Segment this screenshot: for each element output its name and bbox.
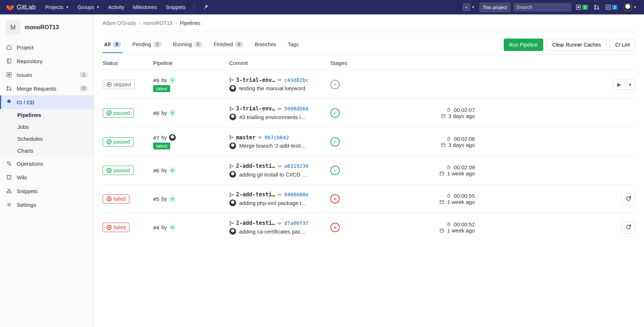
commit-sha[interactable]: 0406088e — [284, 192, 308, 197]
project-header[interactable]: M monoROT13 — [0, 14, 94, 40]
sidebar: M monoROT13 Project Repository Issues1 M… — [0, 14, 94, 327]
commit-message[interactable]: adding ca-certificates pac… — [239, 228, 306, 235]
tab-finished[interactable]: Finished8 — [212, 36, 245, 53]
sidebar-item-snippets[interactable]: Snippets — [0, 184, 94, 198]
logo[interactable]: GitLab — [6, 3, 36, 12]
status-badge[interactable]: skipped — [103, 80, 135, 89]
pipeline-id[interactable]: #9 — [153, 77, 159, 83]
calendar-icon — [439, 200, 444, 204]
breadcrumb-project[interactable]: monoROT13 — [143, 20, 172, 26]
commit-message[interactable]: adding git install to CI/CD … — [239, 171, 307, 178]
stage-passed-icon[interactable]: ✓ — [330, 166, 340, 175]
commit-author-avatar[interactable] — [229, 171, 236, 178]
commit-sha[interactable]: 5908db68 — [284, 106, 308, 112]
branch-name[interactable]: 2-add-testi… — [236, 191, 275, 198]
nav-groups[interactable]: Groups▼ — [74, 2, 103, 12]
clear-caches-button[interactable]: Clear Runner Caches — [547, 39, 606, 51]
svg-point-26 — [232, 108, 233, 109]
nav-issues-icon[interactable]: 2 — [574, 3, 589, 12]
status-badge[interactable]: passed — [103, 137, 134, 147]
admin-wrench-icon[interactable] — [199, 2, 212, 12]
commit-message[interactable]: adding php-xml package t… — [239, 200, 307, 206]
run-pipeline-button[interactable]: Run Pipeline — [504, 39, 543, 51]
branch-name[interactable]: 3-trial-env… — [236, 105, 275, 112]
author-avatar[interactable] — [169, 224, 176, 231]
ci-lint-button[interactable]: CI Lint — [610, 39, 635, 51]
sidebar-item-project[interactable]: Project — [0, 40, 94, 54]
tab-all[interactable]: All9 — [103, 36, 123, 53]
pipeline-id[interactable]: #8 — [153, 110, 159, 116]
commit-author-avatar[interactable] — [229, 142, 236, 149]
new-dropdown[interactable]: +▼ — [461, 2, 476, 12]
nav-projects[interactable]: Projects▼ — [42, 2, 73, 12]
commit-author-avatar[interactable] — [229, 199, 236, 206]
sidebar-sub-jobs[interactable]: Jobs — [0, 121, 94, 133]
sidebar-sub-pipelines[interactable]: Pipelines — [0, 109, 94, 121]
nav-milestones[interactable]: Milestones — [129, 2, 161, 12]
author-avatar[interactable] — [169, 195, 176, 202]
tab-pending[interactable]: Pending0 — [131, 36, 163, 53]
commit-sha[interactable]: a8319230 — [284, 163, 308, 169]
pipeline-id[interactable]: #4 — [153, 224, 159, 231]
status-badge[interactable]: failed — [103, 223, 129, 232]
commit-author-avatar[interactable] — [229, 113, 236, 121]
author-avatar[interactable] — [169, 77, 176, 84]
sidebar-item-repository[interactable]: Repository — [0, 54, 94, 68]
svg-point-13 — [7, 162, 9, 163]
branch-icon — [229, 192, 234, 197]
commit-author-avatar[interactable] — [229, 228, 236, 235]
search-box[interactable] — [514, 3, 571, 12]
tab-branches[interactable]: Branches — [253, 36, 278, 53]
tab-running[interactable]: Running0 — [172, 36, 204, 53]
status-badge[interactable]: passed — [103, 108, 134, 118]
search-input[interactable] — [516, 4, 580, 10]
sidebar-item-cicd[interactable]: CI / CD — [0, 95, 94, 109]
branch-name[interactable]: master — [236, 134, 256, 141]
sidebar-item-wiki[interactable]: Wiki — [0, 170, 94, 184]
pipeline-row: failed#4 by 2-add-testi…d7a00f3fadding c… — [103, 213, 635, 241]
play-button[interactable]: ▶ — [614, 79, 625, 90]
status-badge[interactable]: passed — [103, 166, 134, 175]
status-badge[interactable]: failed — [103, 194, 129, 204]
nav-snippets[interactable]: Snippets — [162, 2, 189, 12]
stage-passed-icon[interactable]: ✓ — [330, 137, 340, 147]
sidebar-item-operations[interactable]: Operations — [0, 157, 94, 170]
commit-message[interactable]: #3 trialling environments i… — [239, 114, 306, 120]
rocket-icon — [6, 99, 12, 105]
branch-name[interactable]: 2-add-testi… — [236, 163, 275, 169]
commit-sha[interactable]: d7a00f3f — [284, 220, 308, 226]
pipeline-id[interactable]: #7 — [153, 135, 159, 141]
svg-point-41 — [279, 165, 280, 167]
sidebar-item-mr[interactable]: Merge Requests0 — [0, 82, 94, 95]
author-avatar[interactable] — [169, 109, 176, 117]
search-scope[interactable]: This project — [479, 3, 511, 12]
commit-message[interactable]: testing the manual keyword — [239, 85, 305, 91]
branch-name[interactable]: 2-add-testi… — [236, 220, 275, 226]
nav-todos-icon[interactable]: 2 — [604, 3, 619, 12]
sidebar-sub-schedules[interactable]: Schedules — [0, 133, 94, 145]
author-avatar[interactable] — [169, 134, 176, 141]
sidebar-item-issues[interactable]: Issues1 — [0, 68, 94, 82]
commit-sha[interactable]: 0b7cb642 — [265, 135, 289, 140]
commit-sha[interactable]: c43d82bc — [284, 77, 308, 83]
sidebar-sub-charts[interactable]: Charts — [0, 145, 94, 157]
stage-failed-icon[interactable]: ✕ — [330, 194, 340, 204]
commit-message[interactable]: Merge branch '2-add-testi… — [239, 143, 306, 149]
retry-button[interactable] — [622, 222, 635, 233]
breadcrumb-owner[interactable]: Adam O'Grady — [103, 20, 136, 26]
nav-mr-icon[interactable] — [592, 3, 601, 12]
author-avatar[interactable] — [169, 167, 176, 174]
action-dropdown[interactable]: ▾ — [625, 79, 635, 90]
pipeline-id[interactable]: #6 — [153, 167, 159, 174]
stage-passed-icon[interactable]: ✓ — [330, 108, 340, 118]
branch-name[interactable]: 3-trial-env… — [236, 77, 275, 83]
sidebar-item-settings[interactable]: Settings — [0, 198, 94, 212]
pipeline-id[interactable]: #5 — [153, 196, 159, 202]
nav-activity[interactable]: Activity — [104, 2, 128, 12]
retry-button[interactable] — [622, 193, 635, 205]
stage-failed-icon[interactable]: ✕ — [330, 223, 340, 232]
commit-author-avatar[interactable] — [229, 85, 236, 92]
tab-tags[interactable]: Tags — [286, 36, 300, 53]
user-menu[interactable]: ▼ — [622, 1, 638, 13]
stage-skipped-icon[interactable]: » — [330, 80, 340, 89]
